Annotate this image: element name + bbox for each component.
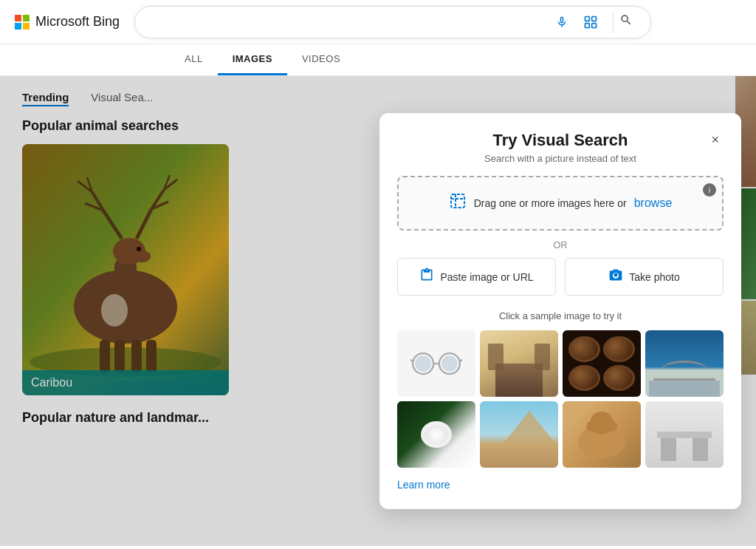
camera-icon	[608, 267, 623, 286]
sample-dog[interactable]	[563, 401, 641, 468]
logo: Microsoft Bing	[15, 14, 120, 30]
search-bar	[134, 6, 651, 38]
take-photo-label: Take photo	[629, 271, 680, 283]
microphone-button[interactable]	[552, 13, 571, 32]
svg-line-34	[410, 359, 413, 361]
or-divider: OR	[397, 239, 724, 250]
info-icon[interactable]: i	[703, 183, 716, 197]
nav-tabs: ALL IMAGES VIDEOS	[0, 44, 756, 76]
sample-furniture[interactable]	[645, 401, 724, 468]
paste-image-button[interactable]: Paste image or URL	[397, 258, 556, 296]
svg-rect-0	[585, 16, 590, 21]
sample-coffee-cups[interactable]	[563, 330, 641, 397]
sample-image-grid	[397, 330, 724, 468]
sample-title: Click a sample image to try it	[397, 310, 724, 321]
sample-bridge[interactable]	[645, 330, 724, 397]
tab-images[interactable]: IMAGES	[218, 44, 287, 75]
sample-sunglasses[interactable]	[397, 330, 475, 397]
visual-search-modal: × Try Visual Search Search with a pictur…	[379, 113, 741, 509]
svg-rect-1	[592, 16, 597, 21]
drag-icon	[449, 192, 467, 214]
tab-videos[interactable]: VIDEOS	[287, 44, 355, 75]
sample-pyramid[interactable]	[480, 401, 558, 468]
logo-text: Microsoft Bing	[35, 14, 120, 30]
action-buttons: Paste image or URL Take photo	[397, 258, 724, 296]
svg-rect-26	[451, 194, 464, 208]
svg-rect-3	[592, 23, 597, 27]
main-content: Trending Visual Sea... Popular animal se…	[0, 76, 756, 546]
drop-instruction-text: Drag one or more images here or	[474, 197, 627, 209]
search-submit-button[interactable]	[613, 10, 639, 33]
drop-zone[interactable]: Drag one or more images here or browse i	[397, 176, 724, 231]
drop-zone-content: Drag one or more images here or browse	[413, 192, 707, 214]
search-icons	[552, 10, 639, 33]
svg-point-30	[415, 355, 431, 372]
tab-all[interactable]: ALL	[170, 44, 218, 75]
paste-icon	[419, 267, 434, 286]
modal-close-button[interactable]: ×	[707, 131, 724, 149]
modal-title: Try Visual Search	[397, 131, 724, 150]
microsoft-logo-icon	[15, 15, 30, 30]
take-photo-button[interactable]: Take photo	[565, 258, 724, 296]
modal-subtitle: Search with a picture instead of text	[397, 153, 724, 164]
svg-point-32	[441, 355, 458, 372]
learn-more-link[interactable]: Learn more	[397, 479, 450, 491]
paste-button-label: Paste image or URL	[440, 271, 533, 283]
modal-header: × Try Visual Search Search with a pictur…	[397, 131, 724, 164]
visual-search-button[interactable]	[580, 12, 601, 33]
search-input[interactable]	[147, 16, 543, 29]
header: Microsoft Bing	[0, 0, 756, 44]
sample-dining-room[interactable]	[480, 330, 558, 397]
sample-rose[interactable]	[397, 401, 475, 468]
browse-link[interactable]: browse	[634, 197, 673, 210]
svg-rect-2	[585, 23, 590, 27]
svg-line-35	[460, 359, 462, 361]
